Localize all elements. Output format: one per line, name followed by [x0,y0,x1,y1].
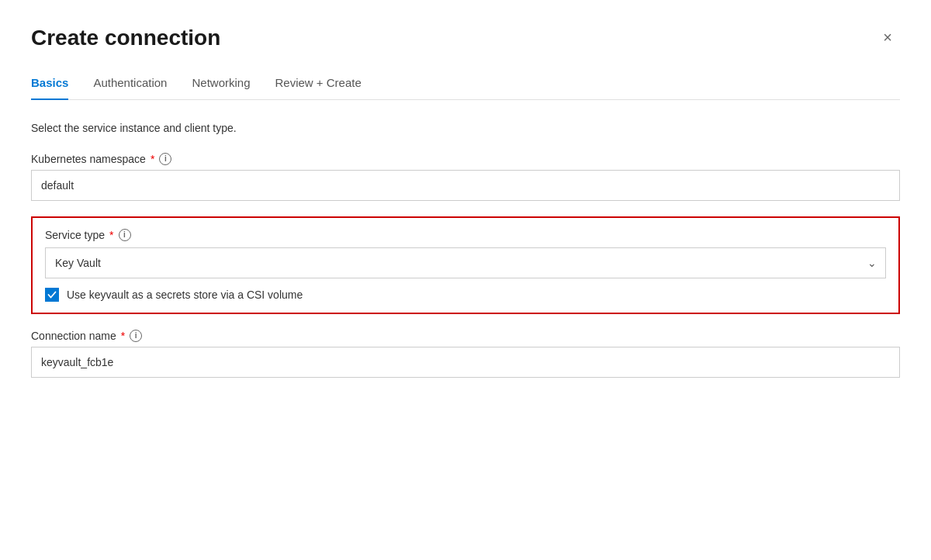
kubernetes-namespace-input[interactable] [31,170,900,201]
kubernetes-namespace-info-icon[interactable]: i [159,153,171,165]
service-type-required: * [109,229,113,241]
tab-bar: Basics Authentication Networking Review … [31,76,900,100]
tab-basics[interactable]: Basics [31,76,68,100]
tab-review-create[interactable]: Review + Create [275,76,361,100]
connection-name-info-icon[interactable]: i [130,330,142,342]
tab-authentication[interactable]: Authentication [93,76,167,100]
csi-checkbox[interactable] [45,288,59,302]
close-icon: × [883,29,892,47]
tab-networking[interactable]: Networking [192,76,250,100]
kubernetes-namespace-group: Kubernetes namespace * i [31,153,900,201]
kubernetes-namespace-required: * [151,153,154,165]
modal-header: Create connection × [31,25,900,51]
service-type-select-wrapper: Key Vault Storage SQL Database Cosmos DB… [45,247,886,278]
modal-container: Create connection × Basics Authenticatio… [0,0,931,560]
form-content: Select the service instance and client t… [31,122,900,529]
connection-name-input[interactable] [31,347,900,378]
close-button[interactable]: × [875,25,900,50]
service-type-label: Service type * i [45,229,886,241]
service-type-select[interactable]: Key Vault Storage SQL Database Cosmos DB [45,247,886,278]
csi-checkbox-label: Use keyvault as a secrets store via a CS… [67,289,303,301]
checkmark-icon [47,290,57,299]
csi-checkbox-row: Use keyvault as a secrets store via a CS… [45,288,886,302]
modal-title: Create connection [31,25,220,51]
connection-name-group: Connection name * i [31,330,900,378]
service-type-info-icon[interactable]: i [119,229,131,241]
connection-name-required: * [121,330,125,342]
form-description: Select the service instance and client t… [31,122,900,134]
connection-name-label: Connection name * i [31,330,900,342]
kubernetes-namespace-label: Kubernetes namespace * i [31,153,900,165]
service-type-section: Service type * i Key Vault Storage SQL D… [31,216,900,314]
